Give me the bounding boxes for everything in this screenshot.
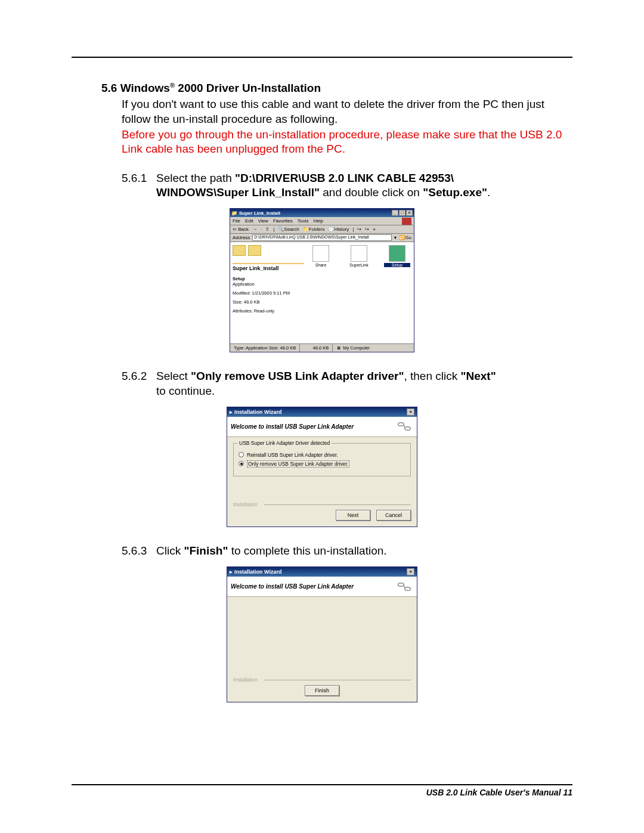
wizard-header-text: Welcome to install USB Super Link Adapte… [231,583,354,590]
wizard-titlebar: ▸ Installation Wizard × [227,407,417,417]
wizard-footer: Installation Finish [227,674,417,702]
explorer-titlebar: 📁 Super Link_Install _ □ × [230,209,414,217]
up-button[interactable]: ⇧ [265,227,270,232]
radio-label: Only remove USB Super Link Adapter drive… [247,460,349,467]
explorer-addressbar: Address D:\DRIVER\Multi-LinQ USB 2.0\WIN… [230,234,414,242]
maximize-icon[interactable]: □ [399,210,405,216]
explorer-content: Super Link_Install Setup Application Mod… [230,242,414,343]
detail-attrs: Attributes: Read-only [233,308,304,314]
close-icon[interactable]: × [407,408,414,416]
close-icon[interactable]: × [407,568,414,575]
minimize-icon[interactable]: _ [392,210,398,216]
svg-point-1 [405,427,411,431]
step-2-cont: to continue. [156,384,572,398]
file-item[interactable]: SuperLink [346,245,372,341]
address-dropdown-icon[interactable]: ▾ [394,235,397,240]
next-button[interactable]: Next [336,510,370,521]
back-button[interactable]: ⇦ Back [233,227,249,232]
computer-icon: 🖥 [336,345,341,351]
radio-label: Reinstall USB Super Link Adapter driver. [247,452,338,458]
menu-favorites[interactable]: Favorites [273,218,293,224]
folders-button[interactable]: 📁Folders [303,227,325,232]
menu-file[interactable]: File [233,218,240,224]
leftpane-title: Super Link_Install [233,265,304,271]
page-footer: USB 2.0 Link Cable User's Manual 11 [72,784,572,797]
screenshot-3-wrap: ▸ Installation Wizard × Welcome to insta… [72,566,572,702]
step-1-number: 5.6.1 [122,171,156,185]
file-item-selected[interactable]: Setup [384,245,410,341]
screenshot-2-wrap: ▸ Installation Wizard × Welcome to insta… [72,407,572,527]
svg-point-2 [398,583,404,586]
close-icon[interactable]: × [406,210,413,216]
menu-help[interactable]: Help [313,218,323,224]
radio-reinstall[interactable]: Reinstall USB Super Link Adapter driver. [239,452,405,458]
wizard-body: USB Super Link Adapter Driver detected R… [227,437,417,499]
move-to-icon[interactable]: ↪ [357,227,361,232]
address-input[interactable]: D:\DRIVER\Multi-LinQ USB 2.0\WINDOWS\Sup… [252,234,392,241]
wizard-dialog-1: ▸ Installation Wizard × Welcome to insta… [227,407,417,527]
registered-mark: ® [170,82,175,89]
file-label: Share [308,263,334,267]
file-label: SuperLink [346,263,372,267]
folder-icon: 📁 [231,210,237,216]
wizard-header: Welcome to install USB Super Link Adapte… [227,417,417,437]
group-legend: USB Super Link Adapter Driver detected [237,440,332,446]
explorer-rightpane: Share SuperLink Setup [308,245,415,341]
step-2: 5.6.2Select "Only remove USB Link Adapte… [122,369,572,398]
copy-to-icon[interactable]: ↪ [365,227,369,232]
step-3-body: Click "Finish" to complete this un-insta… [156,544,387,557]
detail-size: Size: 48.0 KB [233,299,304,305]
explorer-leftpane: Super Link_Install Setup Application Mod… [233,245,304,341]
options-group: USB Super Link Adapter Driver detected R… [233,443,411,476]
footer-legend: Installation [233,677,411,683]
explorer-toolbar: ⇦ Back → · ⇧ | 🔍Search 📁Folders 🕘History… [230,225,414,234]
search-button[interactable]: 🔍Search [278,227,299,232]
history-button[interactable]: 🕘History [328,227,349,232]
go-button[interactable]: 🔁Go [399,235,411,240]
menu-edit[interactable]: Edit [245,218,253,224]
page-content: 5.6 Windows® 2000 Driver Un-Installation… [72,57,572,785]
step-3-number: 5.6.3 [122,544,156,558]
usb-link-icon [395,580,413,594]
intro-text: If you don't want to use this cable and … [122,97,572,126]
section-title-suffix: 2000 Driver Un-Installation [175,82,321,94]
menu-tools[interactable]: Tools [298,218,309,224]
file-item[interactable]: Share [308,245,334,341]
file-icon [312,245,329,262]
explorer-title: Super Link_Install [239,210,280,216]
section-number: 5.6 [101,82,117,94]
step-2-body: Select "Only remove USB Link Adapter dri… [156,370,496,382]
folder-icon [248,245,261,256]
wizard-body [227,597,417,674]
radio-icon [239,452,244,457]
folder-icon [233,245,246,256]
wizard-dialog-2: ▸ Installation Wizard × Welcome to insta… [227,566,417,702]
wizard-title: Installation Wizard [234,409,281,415]
wizard-icon: ▸ [230,569,233,575]
finish-button[interactable]: Finish [305,685,339,696]
radio-remove[interactable]: Only remove USB Super Link Adapter drive… [239,460,405,467]
radio-icon-selected [239,461,244,466]
window-buttons: _ □ × [392,210,413,216]
warning-text: Before you go through the un-installatio… [122,128,572,157]
menu-view[interactable]: View [258,218,268,224]
status-right: 🖥My Computer [333,344,414,352]
screenshot-1-wrap: 📁 Super Link_Install _ □ × File Edit Vie… [72,208,572,352]
svg-point-0 [398,423,404,426]
file-icon [351,245,367,262]
cancel-button[interactable]: Cancel [376,510,411,521]
wizard-footer: Installation Next Cancel [227,499,417,527]
usb-link-icon [395,419,413,433]
wizard-titlebar: ▸ Installation Wizard × [227,567,417,577]
address-label: Address [233,235,250,240]
step-3: 5.6.3Click "Finish" to complete this un-… [122,544,572,558]
forward-button[interactable]: → [252,227,257,232]
step-1-body: Select the path "D:\DRIVER\USB 2.0 LINK … [156,172,454,184]
wizard-header-text: Welcome to install USB Super Link Adapte… [231,423,354,430]
explorer-window: 📁 Super Link_Install _ □ × File Edit Vie… [230,208,414,352]
wizard-header: Welcome to install USB Super Link Adapte… [227,577,417,597]
file-label: Setup [384,263,410,267]
explorer-menubar: File Edit View Favorites Tools Help [230,217,414,225]
delete-icon[interactable]: × [373,227,376,232]
section-heading: 5.6 Windows® 2000 Driver Un-Installation [101,82,572,95]
